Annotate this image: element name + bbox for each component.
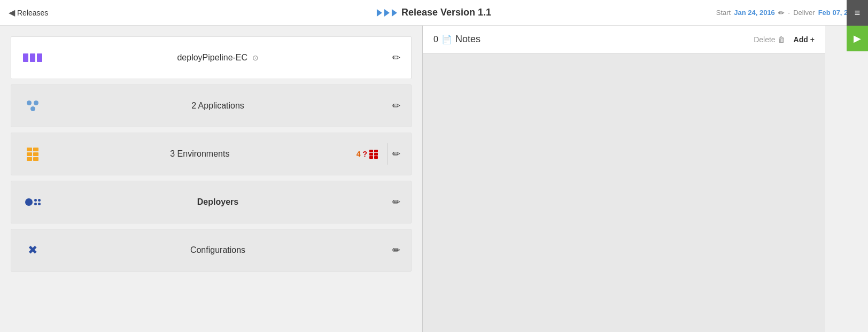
pipeline-name: deployPipeline-EC [177, 53, 247, 62]
notes-count: 0 [433, 35, 438, 44]
left-panel: deployPipeline-EC ⊙ ✏ [0, 26, 422, 332]
notes-body [423, 53, 825, 332]
environments-icon [22, 148, 43, 161]
back-button[interactable]: ◀ Releases [9, 7, 48, 18]
applications-icon [22, 101, 43, 111]
env-count: 4 [356, 150, 361, 158]
pipeline-label: deployPipeline-EC ⊙ [43, 53, 392, 63]
deployers-icon [22, 198, 43, 206]
trash-icon: 🗑 [778, 35, 785, 44]
environments-divider [387, 143, 388, 165]
add-button[interactable]: Add + [794, 35, 815, 44]
deliver-label: Deliver [793, 9, 815, 17]
play-button[interactable]: ▶ [847, 26, 868, 51]
add-label: Add [794, 35, 808, 44]
sync-icon: ⊙ [252, 53, 259, 62]
dash: - [788, 9, 790, 17]
pipeline-edit-icon[interactable]: ✏ [392, 52, 400, 64]
header: ◀ Releases Release Version 1.1 Start Jan… [0, 0, 868, 26]
start-edit-icon[interactable]: ✏ [778, 9, 785, 17]
delete-label: Delete [754, 35, 775, 44]
configurations-edit-icon[interactable]: ✏ [392, 244, 400, 256]
notes-title: Notes [455, 34, 480, 45]
arrows-icon [377, 9, 397, 17]
notes-doc-icon: 📄 [441, 34, 452, 44]
right-sidebar: ≡ ▶ [847, 0, 868, 332]
header-dates: Start Jan 24, 2016 ✏ - Deliver Feb 07, 2… [716, 9, 859, 17]
delete-button[interactable]: Delete 🗑 [754, 35, 785, 44]
back-label: Releases [17, 9, 48, 17]
notes-panel: 0 📄 Notes Delete 🗑 Add + [422, 26, 825, 332]
environments-label: 3 Environments [43, 149, 356, 159]
release-title: Release Version 1.1 [401, 7, 491, 18]
deployers-edit-icon[interactable]: ✏ [392, 196, 400, 208]
env-mini-icon [369, 150, 378, 159]
hamburger-button[interactable]: ≡ [847, 0, 868, 26]
start-date: Jan 24, 2016 [734, 9, 775, 17]
deployers-card: Deployers ✏ [11, 181, 412, 223]
configurations-card: ✖ Configurations ✏ [11, 229, 412, 272]
start-label: Start [716, 9, 731, 17]
header-title-area: Release Version 1.1 [377, 7, 491, 18]
configurations-icon: ✖ [22, 243, 43, 257]
applications-label: 2 Applications [43, 101, 392, 111]
notes-header: 0 📄 Notes Delete 🗑 Add + [423, 26, 825, 53]
applications-card: 2 Applications ✏ [11, 84, 412, 127]
configurations-label: Configurations [43, 245, 392, 255]
applications-edit-icon[interactable]: ✏ [392, 100, 400, 112]
deployers-label: Deployers [43, 197, 392, 207]
pipeline-card: deployPipeline-EC ⊙ ✏ [11, 36, 412, 79]
back-arrow-icon: ◀ [9, 7, 15, 18]
pipeline-icon [22, 53, 43, 62]
hamburger-icon: ≡ [855, 7, 861, 19]
environments-edit-icon[interactable]: ✏ [392, 148, 400, 160]
notes-actions: Delete 🗑 Add + [754, 35, 815, 44]
environments-card: 3 Environments 4 ? [11, 133, 412, 175]
play-icon: ▶ [854, 33, 861, 44]
plus-icon: + [810, 35, 815, 44]
env-question-icon: ? [362, 150, 367, 158]
environments-extra: 4 ? [356, 150, 378, 159]
